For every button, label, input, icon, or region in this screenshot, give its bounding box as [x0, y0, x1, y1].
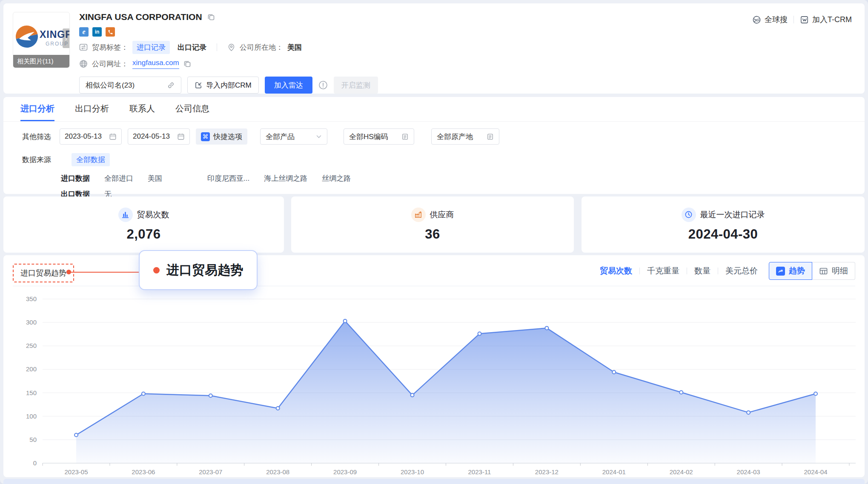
end-date-picker[interactable]: 2024-05-13: [128, 128, 190, 145]
similar-companies-button[interactable]: 相似公司名(23): [79, 77, 181, 94]
tab-import-analysis[interactable]: 进口分析: [20, 97, 54, 121]
view-trend-button[interactable]: 趋势: [769, 262, 812, 280]
global-search-button[interactable]: 全球搜: [752, 14, 788, 25]
tag-import-records[interactable]: 进口记录: [132, 41, 170, 54]
view-detail-button[interactable]: 明细: [812, 262, 855, 280]
import-trend-card: 进口贸易趋势 进口贸易趋势 贸易次数 千克重量 数量 美元总价: [3, 255, 865, 477]
svg-text:2023-10: 2023-10: [400, 468, 424, 475]
analysis-card: 进口分析 出口分析 联系人 公司信息 其他筛选 2023-05-13 2024-…: [3, 97, 865, 194]
stat-card-latest-import: 最近一次进口记录 2024-04-30: [582, 196, 865, 253]
annotation-connector-line: [69, 272, 148, 273]
copy-website-icon[interactable]: [183, 60, 191, 68]
trade-tag-label: 贸易标签：: [92, 43, 128, 52]
copy-company-name-icon[interactable]: [207, 13, 215, 21]
start-date-picker[interactable]: 2023-05-13: [60, 128, 122, 145]
svg-text:2023-07: 2023-07: [199, 468, 222, 475]
divider: [639, 268, 640, 274]
logo-next-arrow[interactable]: ›: [63, 28, 69, 48]
svg-text:100: 100: [26, 413, 36, 420]
import-trend-section-title: 进口贸易趋势: [13, 264, 74, 282]
stat-card-trade-count: 贸易次数 2,076: [3, 196, 284, 253]
all-data-chip[interactable]: 全部数据: [72, 153, 110, 166]
globe-icon: [79, 60, 88, 68]
global-search-icon: [752, 15, 761, 24]
company-header-card: XINGFA GROUP › 相关图片(11) XINGFA USA CORPO…: [3, 3, 865, 94]
company-logo[interactable]: XINGFA GROUP › 相关图片(11): [13, 12, 70, 68]
products-select-value: 全部产品: [266, 132, 295, 142]
import-crm-button[interactable]: 导入内部CRM: [187, 77, 259, 94]
import-box-icon: [195, 81, 203, 89]
hs-code-select-value: 全部HS编码: [349, 132, 388, 142]
tab-contacts[interactable]: 联系人: [129, 97, 155, 121]
tag-export-records[interactable]: 出口记录: [178, 43, 206, 52]
svg-text:2024-02: 2024-02: [669, 468, 693, 475]
import-source-indonesia[interactable]: 印度尼西亚...: [207, 174, 249, 183]
table-grid-icon: [819, 267, 828, 276]
latest-import-value: 2024-04-30: [688, 227, 758, 242]
import-source-silk-road[interactable]: 丝绸之路: [322, 174, 351, 183]
command-icon: ⌘: [201, 132, 210, 141]
similar-companies-label: 相似公司名(23): [86, 80, 135, 90]
start-monitor-label: 开启监测: [341, 80, 370, 90]
website-social-icon[interactable]: e: [79, 27, 89, 37]
metric-trade-count[interactable]: 贸易次数: [600, 265, 632, 276]
quick-options-label: 快捷选项: [213, 132, 242, 142]
other-filters-label: 其他筛选: [22, 132, 51, 142]
metric-quantity[interactable]: 数量: [694, 265, 710, 276]
latest-import-label: 最近一次进口记录: [700, 209, 765, 220]
hs-code-select[interactable]: 全部HS编码: [344, 128, 414, 145]
origin-select[interactable]: 全部原产地: [431, 128, 499, 145]
svg-text:2023-08: 2023-08: [266, 468, 289, 475]
divider: [718, 268, 718, 274]
import-crm-label: 导入内部CRM: [206, 80, 252, 90]
join-tcrm-button[interactable]: 加入T-CRM: [800, 14, 852, 25]
info-circle-icon[interactable]: [318, 80, 328, 90]
related-images-label[interactable]: 相关图片(11): [13, 55, 69, 68]
svg-text:350: 350: [26, 295, 36, 302]
trend-arrow-icon: [776, 267, 785, 276]
company-info: XINGFA USA CORPORATION e in 贸易标签：: [79, 11, 378, 94]
import-source-all[interactable]: 全部进口: [104, 174, 133, 183]
document-list-icon: [401, 133, 409, 140]
import-source-maritime-silk-road[interactable]: 海上丝绸之路: [264, 174, 307, 183]
svg-text:2024-03: 2024-03: [736, 468, 760, 475]
tab-export-analysis[interactable]: 出口分析: [75, 97, 109, 121]
website-label: 公司网址：: [92, 59, 128, 69]
import-data-label: 进口数据: [61, 174, 90, 183]
phone-icon[interactable]: [106, 27, 115, 37]
svg-text:2023-09: 2023-09: [333, 468, 357, 475]
divider: [217, 43, 217, 51]
divider: [687, 268, 687, 274]
svg-text:2023-06: 2023-06: [132, 468, 155, 475]
svg-text:2024-04: 2024-04: [804, 468, 827, 475]
next-section-edge: [3, 479, 865, 484]
add-radar-button[interactable]: 加入雷达: [265, 77, 312, 94]
metric-kg-weight[interactable]: 千克重量: [647, 265, 679, 276]
view-trend-label: 趋势: [789, 265, 805, 276]
calendar-icon: [109, 133, 117, 140]
global-search-label: 全球搜: [765, 14, 788, 25]
trade-tags-icon: [79, 43, 88, 51]
products-select[interactable]: 全部产品: [260, 128, 327, 145]
view-toggle: 趋势 明细: [769, 262, 855, 280]
link-icon: [167, 81, 175, 89]
svg-text:250: 250: [26, 342, 36, 349]
trade-count-value: 2,076: [126, 227, 160, 242]
clock-icon: [685, 211, 693, 219]
trade-count-label: 贸易次数: [137, 209, 169, 220]
start-date-value: 2023-05-13: [65, 132, 102, 141]
website-link[interactable]: xingfausa.com: [132, 59, 179, 69]
svg-text:50: 50: [29, 436, 37, 443]
tab-company-info[interactable]: 公司信息: [175, 97, 209, 121]
start-monitor-button[interactable]: 开启监测: [334, 77, 378, 94]
quick-options-button[interactable]: ⌘ 快捷选项: [196, 128, 247, 145]
company-logo-image: XINGFA GROUP: [15, 23, 69, 50]
calendar-icon: [177, 133, 185, 140]
import-source-usa[interactable]: 美国: [148, 174, 162, 183]
linkedin-icon[interactable]: in: [92, 27, 102, 37]
bar-chart-icon: [121, 211, 129, 219]
join-tcrm-label: 加入T-CRM: [812, 14, 852, 25]
join-tcrm-icon: [800, 15, 809, 24]
view-detail-label: 明细: [832, 265, 848, 276]
metric-usd-total[interactable]: 美元总价: [725, 265, 758, 276]
